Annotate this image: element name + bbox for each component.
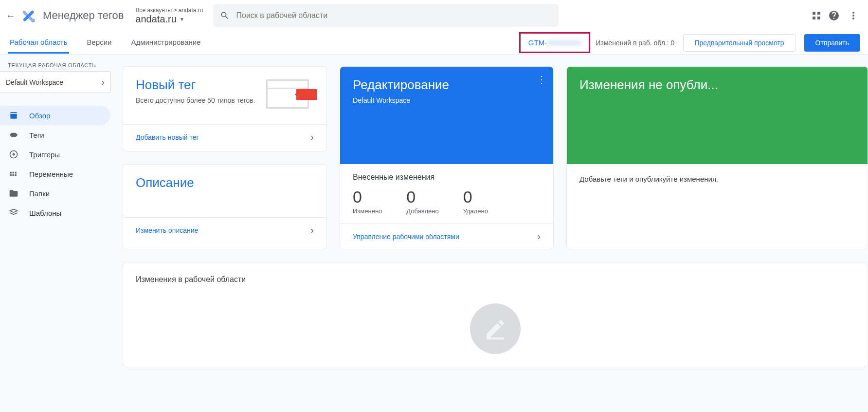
chevron-right-icon: › [310,131,314,143]
account-name[interactable]: andata.ru▼ [135,14,203,25]
sidebar-item-triggers[interactable]: Триггеры [0,145,110,164]
workspace-label: ТЕКУЩАЯ РАБОЧАЯ ОБЛАСТЬ [0,62,117,71]
chevron-right-icon: › [101,76,105,88]
stats-title: Внесенные изменения [353,173,541,182]
sidebar-item-variables[interactable]: Переменные [0,164,110,184]
workspace-changes-panel: Изменения в рабочей области [123,262,868,367]
publish-body: Добавьте теги и опубликуйте изменения. [567,164,868,194]
trigger-icon [9,150,20,159]
add-new-tag-link[interactable]: Добавить новый тег› [123,124,326,150]
sidebar-item-label: Обзор [29,112,50,120]
stat-deleted: 0Удалено [463,187,488,215]
sidebar-item-overview[interactable]: Обзор [0,106,110,125]
sidebar-item-folders[interactable]: Папки [0,184,110,203]
tag-icon [9,130,20,140]
topbar: ← Менеджер тегов Все аккаунты > andata.r… [0,0,868,31]
card-title: Новый тег [136,77,259,93]
chevron-right-icon: › [537,231,541,242]
workspace-selector[interactable]: Default Workspace › [0,71,111,93]
tab-workspace[interactable]: Рабочая область [8,32,69,54]
card-subtitle: Default Workspace [353,96,541,104]
svg-point-4 [13,153,15,156]
help-icon[interactable] [828,10,840,21]
svg-point-2 [31,19,35,22]
search-icon [220,11,230,20]
account-selector[interactable]: Все аккаунты > andata.ru andata.ru▼ [135,7,203,25]
folder-icon [9,188,20,198]
preview-button[interactable]: Предварительный просмотр [683,34,795,52]
back-arrow-icon[interactable]: ← [4,10,16,21]
empty-edit-icon [470,303,521,354]
submit-button[interactable]: Отправить [804,34,860,52]
more-vert-icon[interactable]: ⋮ [537,74,546,85]
workspace-name: Default Workspace [6,78,63,86]
tab-admin[interactable]: Администрирование [129,32,202,54]
publish-card: Изменения не опубли... Добавьте теги и о… [566,66,868,249]
tab-versions[interactable]: Версии [85,32,113,54]
sidebar: ТЕКУЩАЯ РАБОЧАЯ ОБЛАСТЬ Default Workspac… [0,55,117,412]
card-subtitle: Всего доступно более 50 типов тегов. [136,96,259,104]
tag-illustration-icon [266,79,314,113]
stat-added: 0Добавлено [406,187,438,215]
account-breadcrumb: Все аккаунты > andata.ru [135,7,203,14]
card-title: Редактирование [353,77,541,93]
edit-description-link[interactable]: Изменить описание› [123,217,326,243]
app-title: Менеджер тегов [43,9,124,22]
card-title: Описание [136,175,314,190]
changes-count: Изменений в раб. обл.: 0 [596,39,674,47]
panel-title: Изменения в рабочей области [136,275,855,284]
sidebar-item-label: Шаблоны [29,209,61,217]
chevron-right-icon: › [310,225,314,236]
container-id-link[interactable]: GTM-XXXXXXX [523,36,587,50]
apps-icon[interactable] [813,12,820,19]
description-card: Описание Изменить описание› [123,164,327,249]
manage-workspaces-link[interactable]: Управление рабочими областями› [340,224,553,249]
dropdown-icon: ▼ [180,17,184,22]
overview-icon [9,111,20,120]
variables-icon [9,169,20,179]
gtm-logo-icon [19,7,37,24]
stat-changed: 0Изменено [353,187,382,215]
navbar: Рабочая область Версии Администрирование… [0,31,868,55]
sidebar-item-label: Переменные [29,170,73,178]
search-input[interactable] [236,11,552,20]
sidebar-item-label: Папки [29,189,50,198]
search-box[interactable] [213,4,559,27]
sidebar-item-templates[interactable]: Шаблоны [0,203,110,223]
content: Новый тег Всего доступно более 50 типов … [117,55,868,412]
new-tag-card: Новый тег Всего доступно более 50 типов … [123,66,327,151]
more-vert-icon[interactable] [848,10,859,21]
sidebar-item-label: Теги [29,131,44,139]
sidebar-item-label: Триггеры [29,150,60,159]
template-icon [9,208,20,218]
sidebar-item-tags[interactable]: Теги [0,125,110,145]
editing-card: Редактирование Default Workspace ⋮ Внесе… [340,66,554,249]
card-title: Изменения не опубли... [579,77,855,93]
